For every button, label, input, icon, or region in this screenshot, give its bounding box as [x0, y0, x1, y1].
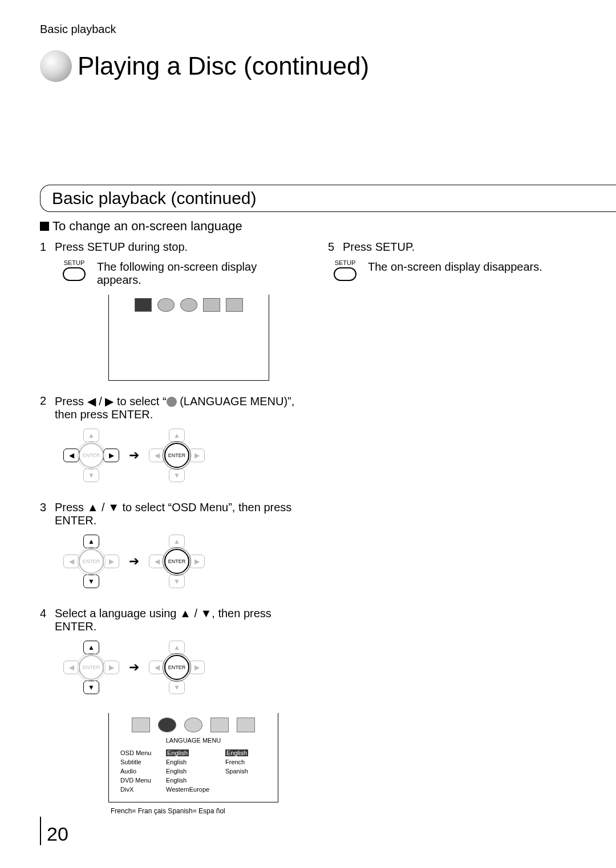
left-right-arrows-icon: ◀ / ▶ — [87, 395, 114, 407]
lang-cell: English — [166, 767, 222, 776]
setup-label: SETUP — [335, 259, 356, 266]
setup-button-icon: SETUP — [334, 259, 356, 281]
step-5-caption: The on-screen display disappears. — [368, 259, 542, 274]
step-text: Press ◀ / ▶ to select “ (LANGUAGE MENU)”… — [55, 394, 299, 421]
step-2: 2 Press ◀ / ▶ to select “ (LANGUAGE MENU… — [40, 394, 299, 421]
oval-button-icon — [334, 267, 356, 281]
lang-cell: French — [225, 757, 271, 767]
step-text-pre: Press — [55, 395, 87, 407]
up-button-icon: ▲ — [83, 641, 99, 654]
step-4: 4 Select a language using ▲ / ▼, then pr… — [40, 607, 299, 633]
down-button-icon: ▼ — [169, 680, 185, 694]
osd-custom1-icon — [203, 298, 220, 312]
enter-button-icon: ENTER — [79, 443, 104, 468]
dpad-enter: ▲ ◀ ENTER ▶ ▼ — [148, 427, 205, 484]
osd-globe-icon — [158, 718, 176, 732]
step-text: Press ▲ / ▼ to select “OSD Menu”, then p… — [55, 501, 299, 527]
enter-button-icon: ENTER — [79, 655, 104, 680]
breadcrumb: Basic playback — [40, 23, 587, 36]
language-footnote: French= Fran çais Spanish= Espa ñol — [111, 807, 299, 815]
osd-disc-icon — [180, 298, 197, 312]
down-button-icon: ▼ — [83, 574, 99, 588]
down-button-icon: ▼ — [83, 468, 99, 482]
language-menu-title: LANGUAGE MENU — [115, 737, 272, 744]
step-number: 2 — [40, 394, 55, 421]
osd-globe-icon — [157, 298, 175, 312]
oval-button-icon — [63, 267, 86, 281]
step-5: 5 Press SETUP. — [328, 241, 587, 254]
lang-cell: DivX — [120, 785, 163, 794]
osd-tile-icon — [132, 718, 150, 732]
step-text-pre: Select a language using — [55, 607, 180, 620]
language-menu-preview: LANGUAGE MENU OSD Menu Subtitle Audio DV… — [108, 713, 278, 802]
setup-button-icon: SETUP — [63, 259, 86, 281]
then-arrow-icon: ➔ — [129, 660, 139, 675]
up-button-icon: ▲ — [169, 641, 185, 654]
down-button-icon: ▼ — [169, 574, 185, 588]
lang-cell: DVD Menu — [120, 776, 163, 785]
step-text: Press SETUP. — [343, 241, 587, 254]
language-menu-table: OSD Menu Subtitle Audio DVD Menu DivX En… — [115, 748, 272, 794]
dpad-enter: ▲ ◀ ENTER ▶ ▼ — [148, 639, 205, 696]
title-row: Playing a Disc (continued) — [40, 50, 587, 82]
step-1: 1 Press SETUP during stop. — [40, 241, 299, 254]
lang-col-options: English French Spanish — [225, 748, 271, 794]
lang-cell: WesternEurope — [166, 785, 222, 794]
right-button-icon: ▶ — [103, 449, 119, 462]
enter-button-icon: ENTER — [164, 655, 189, 680]
lang-cell-selected: English — [166, 749, 189, 756]
page-number: 20 — [40, 817, 68, 845]
down-button-icon: ▼ — [169, 468, 185, 482]
step-number: 5 — [328, 241, 343, 254]
step-3: 3 Press ▲ / ▼ to select “OSD Menu”, then… — [40, 501, 299, 527]
osd-icon-row — [115, 718, 272, 732]
osd-custom2-icon — [226, 298, 243, 312]
lang-col-values: English English English English WesternE… — [166, 748, 222, 794]
osd-icon-row — [135, 298, 243, 312]
enter-button-icon: ENTER — [164, 549, 189, 574]
up-down-arrows-icon: ▲ / ▼ — [180, 607, 212, 620]
then-arrow-icon: ➔ — [129, 448, 139, 463]
lang-cell: Audio — [120, 767, 163, 776]
then-arrow-icon: ➔ — [129, 554, 139, 569]
right-button-icon: ▶ — [103, 661, 119, 674]
sub-heading: To change an on-screen language — [40, 219, 587, 234]
step-number: 3 — [40, 501, 55, 527]
dpad-enter: ▲ ◀ ENTER ▶ ▼ — [148, 533, 205, 590]
globe-inline-icon — [167, 397, 177, 407]
osd-custom2-icon — [237, 718, 255, 732]
lang-cell: Subtitle — [120, 757, 163, 767]
step-number: 4 — [40, 607, 55, 633]
step-4-dpad: ▲ ◀ ENTER ▶ ▼ ➔ ▲ ◀ ENTER ▶ ▼ — [63, 639, 299, 696]
step-2-dpad: ▲ ◀ ENTER ▶ ▼ ➔ ▲ ◀ ENTER ▶ ▼ — [63, 427, 299, 484]
step-1-caption: The following on-screen display appears. — [97, 259, 299, 287]
enter-button-icon: ENTER — [164, 443, 189, 468]
dpad-left-right: ▲ ◀ ENTER ▶ ▼ — [63, 427, 120, 484]
right-column: 5 Press SETUP. SETUP The on-screen displ… — [328, 241, 587, 815]
up-button-icon: ▲ — [169, 429, 185, 442]
step-3-dpad: ▲ ◀ ENTER ▶ ▼ ➔ ▲ ◀ ENTER ▶ ▼ — [63, 533, 299, 590]
dpad-up-down: ▲ ◀ ENTER ▶ ▼ — [63, 533, 120, 590]
right-button-icon: ▶ — [189, 449, 205, 462]
osd-custom1-icon — [210, 718, 229, 732]
dpad-up-down: ▲ ◀ ENTER ▶ ▼ — [63, 639, 120, 696]
lang-col-labels: OSD Menu Subtitle Audio DVD Menu DivX — [115, 748, 163, 794]
osd-disc-icon — [184, 718, 202, 732]
lang-cell: OSD Menu — [120, 748, 163, 757]
step-text-pre: Press — [55, 501, 87, 514]
down-button-icon: ▼ — [83, 680, 99, 694]
step-1-illustration: SETUP The following on-screen display ap… — [63, 259, 299, 287]
step-text: Select a language using ▲ / ▼, then pres… — [55, 607, 299, 633]
setup-label: SETUP — [64, 259, 85, 266]
lang-cell: English — [166, 776, 222, 785]
step-5-illustration: SETUP The on-screen display disappears. — [334, 259, 587, 281]
osd-preview — [108, 295, 269, 381]
up-button-icon: ▲ — [169, 535, 185, 548]
step-number: 1 — [40, 241, 55, 254]
up-button-icon: ▲ — [83, 429, 99, 442]
lang-cell: English — [166, 757, 222, 767]
section-heading: Basic playback (continued) — [40, 185, 616, 212]
sphere-icon — [40, 50, 72, 82]
step-text-mid: to select “ — [114, 395, 166, 407]
square-bullet-icon — [40, 222, 49, 231]
